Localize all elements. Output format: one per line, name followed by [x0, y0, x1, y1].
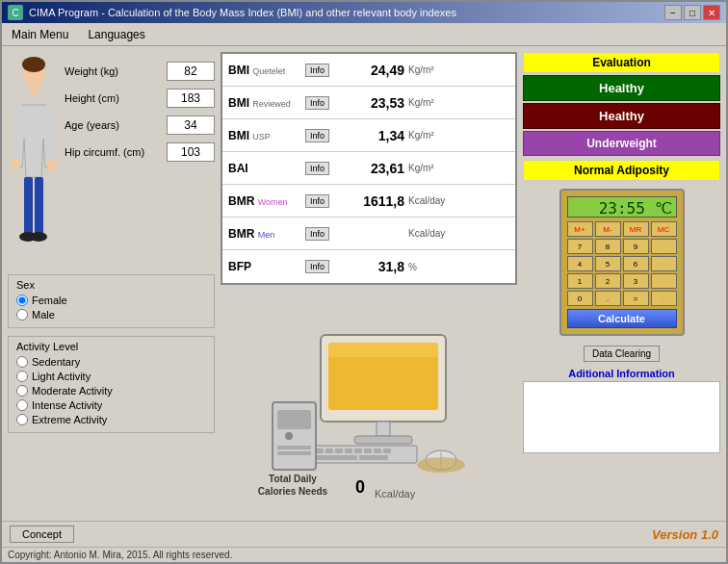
svg-point-3: [11, 159, 20, 170]
computer-area: Total DailyCalories Needs 0 Kcal/day: [221, 289, 517, 515]
hip-label: Hip circumf. (cm): [65, 146, 144, 158]
body-figure: [8, 52, 61, 264]
calories-value: 0: [355, 477, 365, 498]
svg-rect-18: [335, 449, 343, 453]
bai-unit: Kg/m²: [408, 163, 452, 173]
calc-dot[interactable]: .: [595, 291, 621, 306]
calc-mr[interactable]: MR: [623, 221, 649, 237]
calc-7[interactable]: 7: [567, 239, 593, 254]
svg-rect-12: [377, 422, 390, 436]
bmi-table: BMI Quetelet Info 24,49 Kg/m² BMI Review…: [221, 52, 517, 285]
female-radio-row: Female: [16, 295, 206, 306]
bmi-reviewed-info-button[interactable]: Info: [305, 96, 329, 110]
version-text: Version 1.0: [652, 527, 718, 542]
bmi-usp-info-button[interactable]: Info: [305, 129, 329, 142]
hip-input[interactable]: [167, 142, 215, 162]
svg-point-8: [30, 232, 47, 242]
svg-rect-21: [364, 449, 372, 453]
bmi-usp-row: BMI USP Info 1,34 Kg/m²: [222, 119, 515, 152]
bmi-usp-value: 1,34: [337, 128, 404, 143]
calc-8[interactable]: 8: [595, 239, 621, 254]
calc-9[interactable]: 9: [623, 239, 649, 254]
close-button[interactable]: ✕: [703, 5, 720, 20]
intense-activity-radio[interactable]: [16, 399, 28, 411]
light-activity-radio[interactable]: [16, 371, 28, 382]
light-activity-row: Light Activity: [16, 371, 206, 382]
underweight-badge: Underweight: [523, 131, 720, 156]
age-label: Age (years): [65, 119, 119, 131]
calc-plus[interactable]: +: [651, 291, 677, 306]
calculator: 23:55 ℃ M+ M- MR MC 7 8 9 / 4 5 6 ×: [559, 189, 685, 336]
svg-rect-22: [374, 449, 381, 453]
data-clearing-button[interactable]: Data Clearing: [584, 346, 660, 362]
moderate-activity-label: Moderate Activity: [32, 385, 113, 397]
svg-point-1: [22, 57, 45, 72]
sedentary-radio[interactable]: [16, 356, 28, 368]
evaluation-section: Evaluation Healthy Healthy Underweight N…: [523, 52, 720, 181]
bmi-quetelet-unit: Kg/m²: [408, 64, 452, 75]
calc-3[interactable]: 3: [623, 273, 649, 289]
male-label: Male: [32, 309, 55, 320]
weight-input[interactable]: [167, 62, 215, 81]
activity-group: Activity Level Sedentary Light Activity …: [8, 336, 215, 433]
copyright-text: Copyright: Antonio M. Mira, 2015. All ri…: [8, 550, 232, 560]
svg-point-31: [285, 432, 293, 440]
svg-rect-32: [277, 446, 311, 449]
bfp-row: BFP Info 31,8 %: [222, 250, 515, 283]
maximize-button[interactable]: □: [684, 5, 701, 20]
evaluation-header: Evaluation: [523, 52, 720, 73]
calculator-buttons: M+ M- MR MC 7 8 9 / 4 5 6 × 1 2: [567, 221, 677, 306]
svg-rect-14: [301, 446, 417, 463]
extreme-activity-label: Extreme Activity: [32, 414, 107, 425]
moderate-activity-radio[interactable]: [16, 385, 28, 397]
calc-equals[interactable]: =: [623, 291, 649, 306]
bmi-quetelet-info-button[interactable]: Info: [305, 64, 329, 77]
calc-1[interactable]: 1: [567, 273, 593, 289]
extreme-activity-radio[interactable]: [16, 414, 28, 425]
svg-rect-13: [354, 436, 412, 444]
window-title: CIMA Program - Calculation of the Body M…: [29, 7, 456, 18]
calc-0[interactable]: 0: [567, 291, 593, 306]
calc-2[interactable]: 2: [595, 273, 621, 289]
calculate-button[interactable]: Calculate: [567, 309, 677, 328]
calc-multiply[interactable]: ×: [651, 256, 677, 271]
bmr-men-unit: Kcal/day: [408, 228, 452, 239]
bmr-women-type: BMR Women: [228, 194, 305, 208]
bmr-women-info-button[interactable]: Info: [305, 194, 329, 208]
concept-button[interactable]: Concept: [10, 526, 74, 543]
main-menu-item[interactable]: Main Menu: [8, 26, 72, 43]
svg-rect-17: [325, 449, 333, 453]
calc-m-minus[interactable]: M-: [595, 221, 621, 237]
bmr-men-info-button[interactable]: Info: [305, 227, 329, 241]
calc-divide[interactable]: /: [651, 239, 677, 254]
svg-rect-25: [359, 455, 388, 460]
svg-rect-23: [383, 449, 391, 453]
weight-row: Weight (kg): [65, 62, 215, 81]
age-input[interactable]: [167, 115, 215, 135]
weight-label: Weight (kg): [65, 65, 118, 77]
height-input[interactable]: [167, 89, 215, 108]
bfp-value: 31,8: [337, 259, 404, 274]
calc-mc[interactable]: MC: [651, 221, 677, 237]
bai-info-button[interactable]: Info: [305, 162, 329, 175]
calc-minus[interactable]: -: [651, 273, 677, 289]
healthy1-badge: Healthy: [523, 75, 720, 101]
minimize-button[interactable]: −: [664, 5, 682, 20]
svg-rect-19: [345, 449, 352, 453]
svg-point-4: [47, 159, 57, 170]
calc-6[interactable]: 6: [623, 256, 649, 271]
bfp-info-button[interactable]: Info: [305, 260, 329, 273]
sedentary-label: Sedentary: [32, 356, 80, 368]
additional-info-box: [523, 381, 720, 453]
calc-4[interactable]: 4: [567, 256, 593, 271]
left-panel: Weight (kg) Height (cm) Age (years) Hip …: [8, 52, 215, 515]
male-radio[interactable]: [16, 309, 28, 320]
bmi-reviewed-value: 23,53: [337, 95, 404, 111]
calc-5[interactable]: 5: [595, 256, 621, 271]
svg-rect-30: [277, 410, 311, 429]
female-radio[interactable]: [16, 295, 28, 306]
hip-row: Hip circumf. (cm): [65, 142, 215, 162]
title-bar: C CIMA Program - Calculation of the Body…: [2, 2, 726, 23]
calc-m-plus[interactable]: M+: [567, 221, 593, 237]
languages-menu-item[interactable]: Languages: [84, 26, 148, 43]
